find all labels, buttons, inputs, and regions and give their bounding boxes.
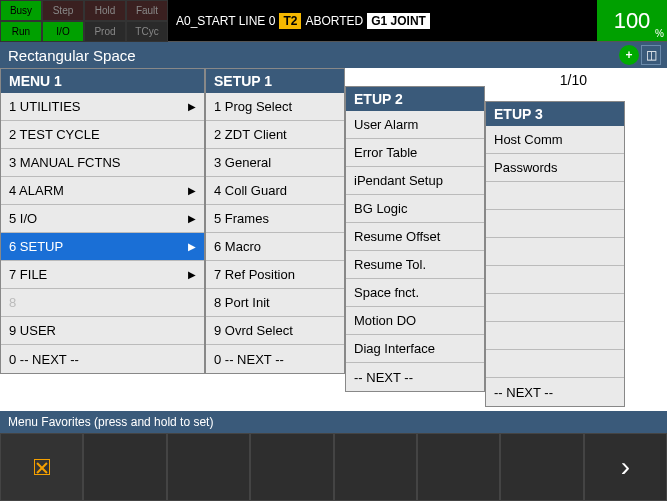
- menu3-item-0[interactable]: User Alarm: [346, 111, 484, 139]
- status-io: I/O: [42, 21, 84, 42]
- title-bar: Rectangular Space + ◫: [0, 42, 667, 68]
- setup-menu-3: ETUP 3 Host CommPasswords-- NEXT --: [485, 101, 625, 407]
- chevron-right-icon: ›: [621, 451, 630, 483]
- menu2-header: SETUP 1: [206, 69, 344, 93]
- menu4-item-2: [486, 182, 624, 210]
- menu2-item-4-label: 5 Frames: [214, 211, 269, 226]
- menu3-item-6-label: Space fnct.: [354, 285, 419, 300]
- page-title: Rectangular Space: [8, 47, 136, 64]
- override-display[interactable]: 100 %: [597, 0, 667, 41]
- menu1-item-3[interactable]: 4 ALARM▶: [1, 177, 204, 205]
- layout-icon[interactable]: ◫: [641, 45, 661, 65]
- softkey-f5[interactable]: [334, 433, 417, 501]
- status-fault: Fault: [126, 0, 168, 21]
- menu1-item-4-label: 5 I/O: [9, 211, 37, 226]
- coord-badge: G1 JOINT: [367, 13, 430, 29]
- hint-bar: Menu Favorites (press and hold to set): [0, 411, 667, 433]
- menu1-item-9-label: 0 -- NEXT --: [9, 352, 79, 367]
- main-menu: MENU 1 1 UTILITIES▶2 TEST CYCLE3 MANUAL …: [0, 68, 205, 374]
- menu1-item-0[interactable]: 1 UTILITIES▶: [1, 93, 204, 121]
- menu2-item-2[interactable]: 3 General: [206, 149, 344, 177]
- menu2-item-3[interactable]: 4 Coll Guard: [206, 177, 344, 205]
- menu2-item-6-label: 7 Ref Position: [214, 267, 295, 282]
- menu2-item-5[interactable]: 6 Macro: [206, 233, 344, 261]
- menu4-item-4: [486, 238, 624, 266]
- menu1-item-7-label: 8: [9, 295, 16, 310]
- softkey-f3[interactable]: [167, 433, 250, 501]
- menu2-item-8[interactable]: 9 Ovrd Select: [206, 317, 344, 345]
- run-state: ABORTED: [305, 14, 363, 28]
- menu1-item-6-label: 7 FILE: [9, 267, 47, 282]
- menu1-item-0-label: 1 UTILITIES: [9, 99, 81, 114]
- menu3-item-6[interactable]: Space fnct.: [346, 279, 484, 307]
- status-bar: Busy Step Hold Fault Run I/O Prod TCyc A…: [0, 0, 667, 42]
- menu1-item-5[interactable]: 6 SETUP▶: [1, 233, 204, 261]
- menu3-item-3[interactable]: BG Logic: [346, 195, 484, 223]
- menu2-item-7[interactable]: 8 Port Init: [206, 289, 344, 317]
- chevron-right-icon: ▶: [188, 269, 196, 280]
- softkey-f2[interactable]: [83, 433, 166, 501]
- menu1-item-2[interactable]: 3 MANUAL FCTNS: [1, 149, 204, 177]
- menu4-item-0[interactable]: Host Comm: [486, 126, 624, 154]
- menu1-item-8[interactable]: 9 USER: [1, 317, 204, 345]
- menu1-item-6[interactable]: 7 FILE▶: [1, 261, 204, 289]
- menu1-item-1-label: 2 TEST CYCLE: [9, 127, 100, 142]
- softkey-f6[interactable]: [417, 433, 500, 501]
- softkey-next[interactable]: ›: [584, 433, 667, 501]
- status-tcyc: TCyc: [126, 21, 168, 42]
- menu2-item-4[interactable]: 5 Frames: [206, 205, 344, 233]
- menu1-item-5-label: 6 SETUP: [9, 239, 63, 254]
- pager: 1/10: [560, 72, 587, 88]
- setup-menu-2: ETUP 2 User AlarmError TableiPendant Set…: [345, 86, 485, 392]
- menu3-item-9[interactable]: -- NEXT --: [346, 363, 484, 391]
- menu3-item-1[interactable]: Error Table: [346, 139, 484, 167]
- title-icons: + ◫: [619, 45, 661, 65]
- menu4-header: ETUP 3: [486, 102, 624, 126]
- close-icon: [34, 459, 50, 475]
- menu3-item-2[interactable]: iPendant Setup: [346, 167, 484, 195]
- menu2-item-1[interactable]: 2 ZDT Client: [206, 121, 344, 149]
- menu2-item-6[interactable]: 7 Ref Position: [206, 261, 344, 289]
- menu2-item-3-label: 4 Coll Guard: [214, 183, 287, 198]
- menu3-item-4[interactable]: Resume Offset: [346, 223, 484, 251]
- menu3-item-8[interactable]: Diag Interface: [346, 335, 484, 363]
- menu4-item-9-label: -- NEXT --: [494, 385, 553, 400]
- menu1-item-4[interactable]: 5 I/O▶: [1, 205, 204, 233]
- menu1-item-7: 8: [1, 289, 204, 317]
- menu3-item-5-label: Resume Tol.: [354, 257, 426, 272]
- setup-menu-1: SETUP 1 1 Prog Select2 ZDT Client3 Gener…: [205, 68, 345, 374]
- menu3-item-5[interactable]: Resume Tol.: [346, 251, 484, 279]
- status-run: Run: [0, 21, 42, 42]
- workspace: 1/10 MENU 1 1 UTILITIES▶2 TEST CYCLE3 MA…: [0, 68, 667, 411]
- menu4-item-9[interactable]: -- NEXT --: [486, 378, 624, 406]
- program-line: A0_START LINE 0: [176, 14, 275, 28]
- menu4-item-1[interactable]: Passwords: [486, 154, 624, 182]
- menu4-item-5: [486, 266, 624, 294]
- chevron-right-icon: ▶: [188, 101, 196, 112]
- menu1-item-3-label: 4 ALARM: [9, 183, 64, 198]
- menu2-item-5-label: 6 Macro: [214, 239, 261, 254]
- menu4-item-1-label: Passwords: [494, 160, 558, 175]
- add-view-icon[interactable]: +: [619, 45, 639, 65]
- menu1-item-1[interactable]: 2 TEST CYCLE: [1, 121, 204, 149]
- menu2-item-9[interactable]: 0 -- NEXT --: [206, 345, 344, 373]
- menu3-item-0-label: User Alarm: [354, 117, 418, 132]
- menu3-header: ETUP 2: [346, 87, 484, 111]
- menu3-item-1-label: Error Table: [354, 145, 417, 160]
- menu1-item-8-label: 9 USER: [9, 323, 56, 338]
- chevron-right-icon: ▶: [188, 241, 196, 252]
- menu2-item-0[interactable]: 1 Prog Select: [206, 93, 344, 121]
- status-busy: Busy: [0, 0, 42, 21]
- menu2-item-7-label: 8 Port Init: [214, 295, 270, 310]
- override-unit: %: [655, 28, 664, 39]
- hint-text: Menu Favorites (press and hold to set): [8, 415, 213, 429]
- softkey-close[interactable]: [0, 433, 83, 501]
- softkey-f4[interactable]: [250, 433, 333, 501]
- menu1-item-9[interactable]: 0 -- NEXT --: [1, 345, 204, 373]
- menu3-item-7[interactable]: Motion DO: [346, 307, 484, 335]
- menu3-item-4-label: Resume Offset: [354, 229, 440, 244]
- menu4-item-6: [486, 294, 624, 322]
- softkey-f7[interactable]: [500, 433, 583, 501]
- status-hold: Hold: [84, 0, 126, 21]
- menu4-item-3: [486, 210, 624, 238]
